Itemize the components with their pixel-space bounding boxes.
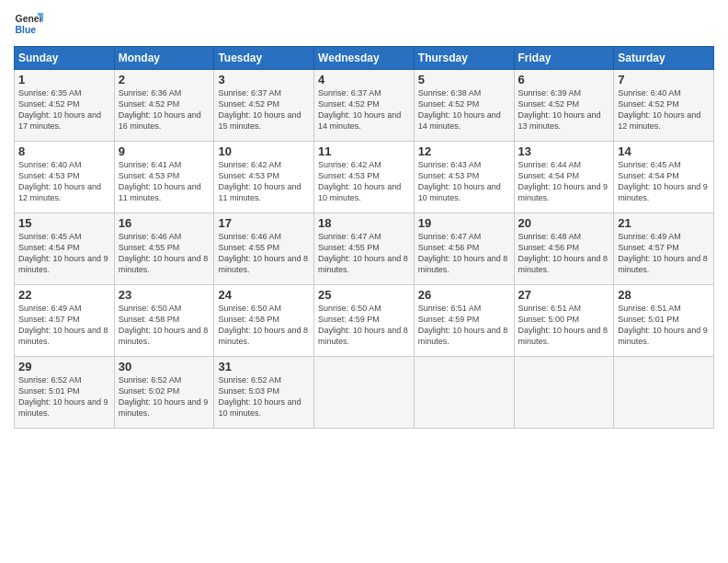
day-info: Sunrise: 6:40 AMSunset: 4:52 PMDaylight:…: [618, 88, 700, 131]
day-header-tuesday: Tuesday: [214, 47, 314, 70]
calendar-cell: 29 Sunrise: 6:52 AMSunset: 5:01 PMDaylig…: [15, 357, 115, 429]
day-info: Sunrise: 6:49 AMSunset: 4:57 PMDaylight:…: [618, 232, 708, 274]
day-number: 18: [318, 216, 410, 230]
calendar-cell: 24 Sunrise: 6:50 AMSunset: 4:58 PMDaylig…: [214, 285, 314, 357]
day-info: Sunrise: 6:42 AMSunset: 4:53 PMDaylight:…: [218, 160, 301, 202]
day-number: 20: [518, 216, 610, 230]
day-number: 28: [618, 288, 710, 302]
day-info: Sunrise: 6:47 AMSunset: 4:56 PMDaylight:…: [418, 232, 508, 274]
day-info: Sunrise: 6:51 AMSunset: 5:00 PMDaylight:…: [518, 304, 609, 346]
calendar-cell: 1 Sunrise: 6:35 AMSunset: 4:52 PMDayligh…: [15, 70, 115, 142]
day-info: Sunrise: 6:48 AMSunset: 4:56 PMDaylight:…: [518, 232, 609, 274]
calendar-cell: 15 Sunrise: 6:45 AMSunset: 4:54 PMDaylig…: [15, 213, 115, 285]
day-number: 31: [218, 360, 310, 373]
day-number: 9: [119, 144, 210, 158]
day-info: Sunrise: 6:41 AMSunset: 4:53 PMDaylight:…: [119, 160, 201, 202]
day-info: Sunrise: 6:36 AMSunset: 4:52 PMDaylight:…: [119, 88, 201, 131]
day-number: 10: [218, 144, 310, 158]
calendar-cell: 27 Sunrise: 6:51 AMSunset: 5:00 PMDaylig…: [514, 285, 614, 357]
calendar-cell: 17 Sunrise: 6:46 AMSunset: 4:55 PMDaylig…: [214, 213, 314, 285]
calendar-cell: 16 Sunrise: 6:46 AMSunset: 4:55 PMDaylig…: [114, 213, 214, 285]
day-info: Sunrise: 6:50 AMSunset: 4:59 PMDaylight:…: [318, 304, 408, 346]
calendar-page: General Blue SundayMondayTuesdayWednesda…: [0, 0, 728, 563]
calendar-cell: 9 Sunrise: 6:41 AMSunset: 4:53 PMDayligh…: [114, 142, 214, 213]
day-number: 21: [618, 216, 710, 230]
day-info: Sunrise: 6:37 AMSunset: 4:52 PMDaylight:…: [218, 88, 301, 131]
day-header-sunday: Sunday: [15, 47, 115, 70]
day-header-thursday: Thursday: [414, 47, 514, 70]
day-info: Sunrise: 6:49 AMSunset: 4:57 PMDaylight:…: [18, 304, 108, 346]
day-number: 25: [318, 288, 410, 302]
calendar-cell: 25 Sunrise: 6:50 AMSunset: 4:59 PMDaylig…: [314, 285, 415, 357]
day-info: Sunrise: 6:52 AMSunset: 5:01 PMDaylight:…: [18, 375, 108, 418]
day-number: 27: [518, 288, 610, 302]
calendar-cell: 10 Sunrise: 6:42 AMSunset: 4:53 PMDaylig…: [214, 142, 314, 213]
day-info: Sunrise: 6:44 AMSunset: 4:54 PMDaylight:…: [518, 160, 609, 202]
day-info: Sunrise: 6:51 AMSunset: 4:59 PMDaylight:…: [418, 304, 508, 346]
day-number: 2: [119, 73, 210, 86]
calendar-body: 1 Sunrise: 6:35 AMSunset: 4:52 PMDayligh…: [15, 70, 714, 429]
day-number: 7: [618, 73, 710, 86]
calendar-cell: 4 Sunrise: 6:37 AMSunset: 4:52 PMDayligh…: [314, 70, 415, 142]
calendar-cell: 31 Sunrise: 6:52 AMSunset: 5:03 PMDaylig…: [214, 357, 314, 429]
day-number: 3: [218, 73, 310, 86]
day-number: 29: [18, 360, 110, 373]
day-number: 14: [618, 144, 710, 158]
calendar-cell: 14 Sunrise: 6:45 AMSunset: 4:54 PMDaylig…: [614, 142, 714, 213]
calendar-table: SundayMondayTuesdayWednesdayThursdayFrid…: [14, 46, 714, 429]
calendar-cell: [314, 357, 415, 429]
day-number: 15: [18, 216, 110, 230]
calendar-cell: 6 Sunrise: 6:39 AMSunset: 4:52 PMDayligh…: [514, 70, 614, 142]
calendar-week-2: 8 Sunrise: 6:40 AMSunset: 4:53 PMDayligh…: [15, 142, 714, 213]
calendar-cell: 30 Sunrise: 6:52 AMSunset: 5:02 PMDaylig…: [114, 357, 214, 429]
day-info: Sunrise: 6:46 AMSunset: 4:55 PMDaylight:…: [119, 232, 209, 274]
day-number: 12: [418, 144, 510, 158]
calendar-cell: [514, 357, 614, 429]
calendar-cell: 5 Sunrise: 6:38 AMSunset: 4:52 PMDayligh…: [414, 70, 514, 142]
day-info: Sunrise: 6:38 AMSunset: 4:52 PMDaylight:…: [418, 88, 501, 131]
calendar-cell: 21 Sunrise: 6:49 AMSunset: 4:57 PMDaylig…: [614, 213, 714, 285]
calendar-week-3: 15 Sunrise: 6:45 AMSunset: 4:54 PMDaylig…: [15, 213, 714, 285]
day-info: Sunrise: 6:52 AMSunset: 5:03 PMDaylight:…: [218, 375, 301, 418]
calendar-week-4: 22 Sunrise: 6:49 AMSunset: 4:57 PMDaylig…: [15, 285, 714, 357]
day-info: Sunrise: 6:43 AMSunset: 4:53 PMDaylight:…: [418, 160, 501, 202]
day-info: Sunrise: 6:52 AMSunset: 5:02 PMDaylight:…: [119, 375, 209, 418]
day-info: Sunrise: 6:45 AMSunset: 4:54 PMDaylight:…: [18, 232, 108, 274]
day-number: 26: [418, 288, 510, 302]
day-number: 17: [218, 216, 310, 230]
day-header-friday: Friday: [514, 47, 614, 70]
header: General Blue: [14, 9, 714, 39]
day-number: 8: [18, 144, 110, 158]
calendar-cell: 22 Sunrise: 6:49 AMSunset: 4:57 PMDaylig…: [15, 285, 115, 357]
day-number: 1: [18, 73, 110, 86]
day-info: Sunrise: 6:46 AMSunset: 4:55 PMDaylight:…: [218, 232, 308, 274]
day-info: Sunrise: 6:39 AMSunset: 4:52 PMDaylight:…: [518, 88, 601, 131]
day-number: 16: [119, 216, 210, 230]
day-info: Sunrise: 6:37 AMSunset: 4:52 PMDaylight:…: [318, 88, 401, 131]
calendar-cell: 13 Sunrise: 6:44 AMSunset: 4:54 PMDaylig…: [514, 142, 614, 213]
calendar-cell: 20 Sunrise: 6:48 AMSunset: 4:56 PMDaylig…: [514, 213, 614, 285]
day-info: Sunrise: 6:35 AMSunset: 4:52 PMDaylight:…: [18, 88, 101, 131]
day-info: Sunrise: 6:47 AMSunset: 4:55 PMDaylight:…: [318, 232, 408, 274]
day-info: Sunrise: 6:45 AMSunset: 4:54 PMDaylight:…: [618, 160, 708, 202]
calendar-cell: 12 Sunrise: 6:43 AMSunset: 4:53 PMDaylig…: [414, 142, 514, 213]
day-number: 23: [119, 288, 210, 302]
day-info: Sunrise: 6:50 AMSunset: 4:58 PMDaylight:…: [119, 304, 209, 346]
calendar-week-1: 1 Sunrise: 6:35 AMSunset: 4:52 PMDayligh…: [15, 70, 714, 142]
day-header-wednesday: Wednesday: [314, 47, 415, 70]
day-number: 30: [119, 360, 210, 373]
calendar-cell: [614, 357, 714, 429]
day-header-saturday: Saturday: [614, 47, 714, 70]
calendar-cell: 8 Sunrise: 6:40 AMSunset: 4:53 PMDayligh…: [15, 142, 115, 213]
logo-icon: General Blue: [14, 9, 43, 39]
calendar-week-5: 29 Sunrise: 6:52 AMSunset: 5:01 PMDaylig…: [15, 357, 714, 429]
day-header-monday: Monday: [114, 47, 214, 70]
day-number: 11: [318, 144, 410, 158]
calendar-cell: 19 Sunrise: 6:47 AMSunset: 4:56 PMDaylig…: [414, 213, 514, 285]
day-number: 13: [518, 144, 610, 158]
calendar-cell: 18 Sunrise: 6:47 AMSunset: 4:55 PMDaylig…: [314, 213, 415, 285]
day-number: 4: [318, 73, 410, 86]
calendar-cell: 26 Sunrise: 6:51 AMSunset: 4:59 PMDaylig…: [414, 285, 514, 357]
day-info: Sunrise: 6:42 AMSunset: 4:53 PMDaylight:…: [318, 160, 401, 202]
calendar-cell: 2 Sunrise: 6:36 AMSunset: 4:52 PMDayligh…: [114, 70, 214, 142]
